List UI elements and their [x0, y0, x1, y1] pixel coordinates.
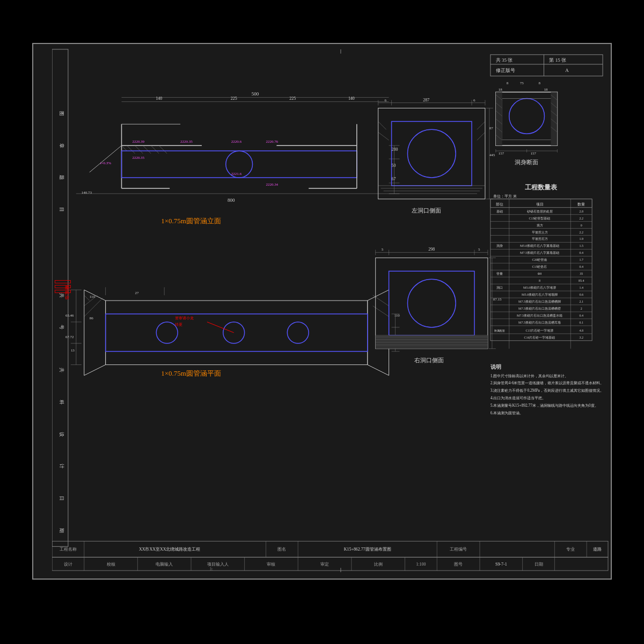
- svg-text:1×0.75m圆管涵平面: 1×0.75m圆管涵平面: [161, 369, 221, 377]
- stamp-text-2: 共科: [55, 285, 71, 288]
- svg-text:平坡挖石方: 平坡挖石方: [532, 237, 548, 241]
- svg-text:M7.5浆砌片石出口急流槽盖水箱: M7.5浆砌片石出口急流槽盖水箱: [517, 313, 562, 317]
- svg-text:题: 题: [59, 175, 64, 180]
- svg-text:工程编号: 工程编号: [450, 547, 467, 552]
- svg-text:0.4: 0.4: [579, 314, 583, 317]
- svg-text:K15+862.77圆管涵布置图: K15+862.77圆管涵布置图: [344, 547, 391, 552]
- svg-text:资审请小龙: 资审请小龙: [175, 316, 194, 320]
- svg-text:图名: 图名: [277, 547, 286, 552]
- svg-text:18: 18: [544, 87, 547, 92]
- svg-text:6.本涵测为圆管涵。: 6.本涵测为圆管涵。: [491, 411, 524, 415]
- svg-text:140.73: 140.73: [82, 191, 92, 195]
- svg-text:0.6: 0.6: [579, 293, 583, 296]
- svg-text:设: 设: [59, 432, 64, 437]
- stamp-text-3: 设计: [55, 290, 71, 293]
- svg-text:5.本涵测量号K15+892.77米，涵洞轴线与路中线运向夹: 5.本涵测量号K15+892.77米，涵洞轴线与路中线运向夹角为0度。: [491, 403, 598, 408]
- svg-text:目: 目: [59, 207, 64, 212]
- svg-text:2.洞身管周4-6米范置一道纸腰墙，墙片浆以沥青贡聚或不透水: 2.洞身管周4-6米范置一道纸腰墙，墙片浆以沥青贡聚或不透水材料。: [491, 380, 604, 385]
- svg-text:0.1: 0.1: [579, 321, 583, 324]
- it-label: It: [210, 566, 213, 572]
- svg-text:左洞口侧面: 左洞口侧面: [412, 207, 441, 214]
- svg-text:洞身: 洞身: [496, 244, 503, 247]
- svg-text:计: 计: [59, 464, 64, 469]
- svg-text:27: 27: [135, 291, 138, 295]
- svg-text:2.2: 2.2: [579, 231, 583, 234]
- main-container: 共 35 张 第 15 张 修正版号 A 图 章 题 目 共 号 共 科 设 计…: [32, 43, 612, 580]
- svg-text:87: 87: [489, 126, 493, 130]
- svg-text:225: 225: [289, 96, 296, 101]
- svg-text:445: 445: [489, 153, 495, 157]
- svg-text:5: 5: [478, 247, 480, 252]
- svg-text:75: 75: [520, 81, 524, 85]
- svg-text:6: 6: [473, 98, 475, 103]
- svg-rect-0: [52, 49, 611, 573]
- svg-text:2.8: 2.8: [579, 210, 583, 213]
- svg-text:0.4: 0.4: [579, 265, 583, 268]
- svg-text:数量: 数量: [577, 202, 585, 207]
- svg-text:13: 13: [71, 348, 75, 353]
- svg-text:287: 287: [423, 98, 429, 103]
- svg-text:4.8: 4.8: [579, 329, 583, 332]
- svg-text:1:100: 1:100: [416, 562, 426, 567]
- svg-text:XX市XX至XX北绕城路改造工程: XX市XX至XX北绕城路改造工程: [139, 547, 200, 552]
- svg-text:i=0.3%: i=0.3%: [100, 161, 112, 165]
- svg-text:C15片石砼一字堵漂: C15片石砼一字堵漂: [526, 328, 554, 332]
- svg-text:修正版号: 修正版号: [496, 68, 515, 73]
- svg-text:110: 110: [90, 295, 96, 299]
- svg-text:2220.35: 2220.35: [180, 140, 193, 144]
- svg-text:8: 8: [539, 81, 541, 85]
- svg-text:2220.34: 2220.34: [266, 182, 278, 187]
- svg-text:140: 140: [156, 96, 162, 101]
- svg-text:审定: 审定: [320, 562, 329, 567]
- svg-text:500: 500: [252, 91, 259, 97]
- svg-text:项目: 项目: [536, 202, 544, 207]
- svg-text:M5.0浆砌片石八字翼墙基础: M5.0浆砌片石八字翼墙基础: [520, 244, 559, 247]
- svg-text:工程名称: 工程名称: [60, 547, 77, 552]
- svg-text:C20砼管涵: C20砼管涵: [532, 258, 547, 261]
- svg-text:3.浇注素砼力不得低于0.2MPa，否则应进行填土减其它如图: 3.浇注素砼力不得低于0.2MPa，否则应进行填土减其它如图值情况。: [491, 388, 604, 393]
- svg-text:M7.5浆砌片石出口急流槽耳墙: M7.5浆砌片石出口急流槽耳墙: [518, 320, 561, 324]
- svg-text:1.图中尺寸除标高以米计外，其余均以厘米计。: 1.图中尺寸除标高以米计外，其余均以厘米计。: [491, 374, 569, 378]
- svg-text:Φ8: Φ8: [538, 272, 541, 275]
- svg-text:审核: 审核: [267, 562, 275, 567]
- svg-text:专业: 专业: [566, 547, 575, 552]
- svg-text:右洞口侧面: 右洞口侧面: [414, 357, 444, 363]
- svg-text:1×0.75m圆管涵立面: 1×0.75m圆管涵立面: [161, 217, 221, 225]
- drawing-svg: 共 35 张 第 15 张 修正版号 A 图 章 题 目 共 号 共 科 设 计…: [52, 44, 611, 579]
- svg-text:M7.5浆砌片石出口急流槽槽壁: M7.5浆砌片石出口急流槽槽壁: [518, 306, 561, 310]
- svg-text:校核: 校核: [106, 562, 115, 567]
- stamp-text-1: 图章: [55, 280, 71, 283]
- svg-text:280: 280: [392, 147, 398, 152]
- svg-text:附属配套: 附属配套: [494, 329, 505, 332]
- svg-text:说明: 说明: [491, 364, 501, 370]
- svg-text:0: 0: [581, 224, 582, 227]
- svg-text:C16片石砼一字堵基础: C16片石砼一字堵基础: [524, 335, 555, 339]
- svg-text:2221.6: 2221.6: [231, 172, 242, 176]
- svg-text:67: 67: [392, 177, 396, 181]
- svg-text:图号: 图号: [454, 562, 463, 567]
- svg-text:科: 科: [59, 400, 64, 405]
- svg-text:2220.35: 2220.35: [132, 156, 144, 160]
- svg-text:平坡挖土方: 平坡挖土方: [532, 230, 548, 234]
- svg-text:2220.76: 2220.76: [266, 140, 278, 144]
- svg-text:待更: 待更: [175, 323, 182, 327]
- svg-text:1.9: 1.9: [579, 238, 583, 241]
- svg-text:日期: 日期: [535, 562, 543, 567]
- svg-text:共 35 张: 共 35 张: [496, 57, 513, 63]
- svg-text:1.7: 1.7: [579, 258, 583, 261]
- svg-text:140: 140: [348, 96, 355, 101]
- svg-text:比例: 比例: [374, 562, 383, 567]
- svg-text:50: 50: [392, 163, 396, 168]
- svg-text:0.4: 0.4: [579, 251, 583, 254]
- svg-text:部位: 部位: [496, 202, 503, 207]
- svg-text:洞口: 洞口: [496, 286, 503, 289]
- svg-text:基础: 基础: [496, 210, 503, 213]
- svg-text:日: 日: [59, 496, 64, 501]
- svg-text:M7.5浆砌片石出口急流槽槽脚: M7.5浆砌片石出口急流槽槽脚: [518, 299, 561, 303]
- svg-text:157: 157: [531, 151, 537, 156]
- svg-text:2220.39: 2220.39: [132, 140, 144, 144]
- svg-text:2.1: 2.1: [579, 300, 583, 303]
- svg-text:1.5: 1.5: [579, 244, 583, 247]
- svg-text:3.2: 3.2: [579, 336, 583, 339]
- svg-text:1.4: 1.4: [579, 286, 583, 289]
